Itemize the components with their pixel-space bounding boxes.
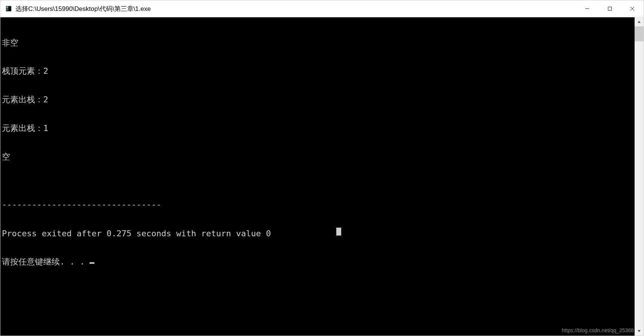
close-button[interactable] bbox=[621, 0, 644, 17]
text-cursor-icon bbox=[90, 262, 94, 264]
console-line: 元素出栈：2 bbox=[2, 95, 635, 104]
scrollbar-track[interactable] bbox=[635, 26, 644, 327]
scroll-down-button[interactable] bbox=[635, 327, 644, 336]
console-line: 栈顶元素：2 bbox=[2, 66, 635, 76]
vertical-scrollbar[interactable] bbox=[635, 17, 644, 336]
console-line: 非空 bbox=[2, 38, 635, 47]
svg-rect-1 bbox=[6, 6, 8, 8]
console-output[interactable]: 非空 栈顶元素：2 元素出栈：2 元素出栈：1 空 --------------… bbox=[0, 17, 635, 336]
maximize-button[interactable] bbox=[598, 0, 621, 17]
titlebar[interactable]: 选择C:\Users\15990\Desktop\代码\第三章\1.exe bbox=[0, 0, 644, 17]
minimize-button[interactable] bbox=[576, 0, 598, 17]
console-line: Process exited after 0.275 seconds with … bbox=[2, 228, 635, 238]
svg-rect-2 bbox=[6, 9, 8, 11]
console-line: 请按任意键继续. . . bbox=[2, 257, 635, 266]
scrollbar-thumb[interactable] bbox=[635, 26, 644, 41]
scroll-up-button[interactable] bbox=[635, 17, 644, 26]
content-area: 非空 栈顶元素：2 元素出栈：2 元素出栈：1 空 --------------… bbox=[0, 17, 644, 336]
console-window: 选择C:\Users\15990\Desktop\代码\第三章\1.exe 非空… bbox=[0, 0, 644, 336]
window-title: 选择C:\Users\15990\Desktop\代码\第三章\1.exe bbox=[15, 5, 576, 13]
console-line: 元素出栈：1 bbox=[2, 123, 635, 133]
window-controls bbox=[576, 0, 644, 17]
svg-rect-4 bbox=[608, 7, 612, 11]
app-icon bbox=[5, 5, 12, 12]
svg-marker-8 bbox=[638, 330, 641, 332]
console-line: -------------------------------- bbox=[2, 200, 635, 209]
selection-cursor-icon bbox=[336, 228, 341, 236]
svg-marker-7 bbox=[638, 21, 641, 23]
console-line: 空 bbox=[2, 152, 635, 161]
